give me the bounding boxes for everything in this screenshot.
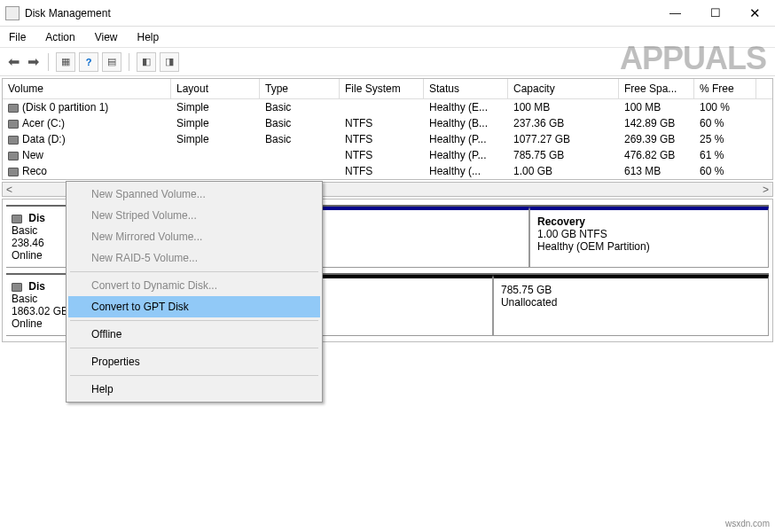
partition-recovery[interactable]: Recovery 1.00 GB NTFS Healthy (OEM Parti… xyxy=(529,207,769,268)
disk-0-type: Basic xyxy=(12,224,37,237)
source-watermark: wsxdn.com xyxy=(725,519,770,528)
toolbar-icon[interactable]: ◨ xyxy=(160,52,179,72)
volume-row[interactable]: (Disk 0 partition 1)SimpleBasicHealthy (… xyxy=(3,99,772,115)
menu-file[interactable]: File xyxy=(5,29,29,45)
menu-help[interactable]: Help xyxy=(68,379,320,400)
menu-new-mirrored[interactable]: New Mirrored Volume... xyxy=(68,226,320,247)
titlebar: Disk Management — ☐ ✕ xyxy=(0,0,775,27)
scroll-left-icon[interactable]: < xyxy=(3,184,16,196)
menu-convert-dynamic[interactable]: Convert to Dynamic Disk... xyxy=(68,275,320,296)
disk-1-name: Dis xyxy=(28,280,45,293)
separator xyxy=(70,271,318,272)
app-icon xyxy=(5,6,20,20)
volume-list: Volume Layout Type File System Status Ca… xyxy=(2,78,773,180)
volume-header-row: Volume Layout Type File System Status Ca… xyxy=(3,79,772,99)
col-free[interactable]: Free Spa... xyxy=(619,79,694,98)
volume-row[interactable]: Acer (C:)SimpleBasicNTFSHealthy (B...237… xyxy=(3,115,772,131)
disk-icon xyxy=(12,215,22,223)
col-type[interactable]: Type xyxy=(260,79,340,98)
separator xyxy=(129,53,129,71)
disk-0-size: 238.46 xyxy=(12,237,44,249)
menu-view[interactable]: View xyxy=(91,29,121,45)
toolbar: ⬅ ➡ ▦ ? ▤ ◧ ◨ xyxy=(0,48,775,76)
separator xyxy=(70,320,318,321)
separator xyxy=(70,375,318,376)
menu-properties[interactable]: Properties xyxy=(68,351,320,372)
volume-row[interactable]: NewNTFSHealthy (P...785.75 GB476.82 GB61… xyxy=(3,147,772,163)
separator xyxy=(70,348,318,348)
menu-convert-gpt[interactable]: Convert to GPT Disk xyxy=(68,296,320,317)
partition-name: Recovery xyxy=(537,215,761,228)
unalloc-size: 785.75 GB xyxy=(501,284,761,296)
disk-1-size: 1863.02 GB xyxy=(12,305,68,317)
unallocated-2[interactable]: 785.75 GB Unallocated xyxy=(493,275,769,336)
toolbar-icon[interactable]: ▦ xyxy=(56,52,75,72)
toolbar-icon[interactable]: ▤ xyxy=(102,52,121,72)
close-button[interactable]: ✕ xyxy=(735,0,775,27)
window-title: Disk Management xyxy=(25,7,655,20)
unalloc-state: Unallocated xyxy=(501,296,761,309)
minimize-button[interactable]: — xyxy=(655,0,695,27)
disk-1-type: Basic xyxy=(12,293,37,305)
menu-new-raid5[interactable]: New RAID-5 Volume... xyxy=(68,247,320,269)
col-layout[interactable]: Layout xyxy=(171,79,260,98)
volume-row[interactable]: Data (D:)SimpleBasicNTFSHealthy (P...107… xyxy=(3,131,772,147)
disk-0-state: Online xyxy=(12,249,43,262)
menubar: File Action View Help xyxy=(0,27,775,48)
back-button[interactable]: ⬅ xyxy=(5,52,21,72)
context-menu: New Spanned Volume... New Striped Volume… xyxy=(66,181,323,403)
menu-new-striped[interactable]: New Striped Volume... xyxy=(68,205,320,226)
col-volume[interactable]: Volume xyxy=(3,79,171,98)
partition-info: 1.00 GB NTFS xyxy=(537,228,761,240)
volume-row[interactable]: RecoNTFSHealthy (...1.00 GB613 MB60 % xyxy=(3,163,772,179)
col-status[interactable]: Status xyxy=(424,79,508,98)
separator xyxy=(48,53,49,71)
disk-1-state: Online xyxy=(12,317,43,330)
scroll-right-icon[interactable]: > xyxy=(759,184,772,196)
col-filesystem[interactable]: File System xyxy=(340,79,424,98)
window-controls: — ☐ ✕ xyxy=(655,0,775,27)
col-capacity[interactable]: Capacity xyxy=(508,79,619,98)
menu-new-spanned[interactable]: New Spanned Volume... xyxy=(68,184,320,205)
forward-button[interactable]: ➡ xyxy=(25,52,41,72)
partition-status: Healthy (OEM Partition) xyxy=(537,240,761,253)
disk-icon xyxy=(12,283,22,292)
menu-offline[interactable]: Offline xyxy=(68,324,320,345)
maximize-button[interactable]: ☐ xyxy=(695,0,735,27)
menu-action[interactable]: Action xyxy=(42,29,78,45)
col-pctfree[interactable]: % Free xyxy=(694,79,756,98)
disk-0-name: Dis xyxy=(28,212,45,224)
help-icon[interactable]: ? xyxy=(79,52,98,72)
menu-help[interactable]: Help xyxy=(134,29,163,45)
toolbar-icon[interactable]: ◧ xyxy=(137,52,156,72)
